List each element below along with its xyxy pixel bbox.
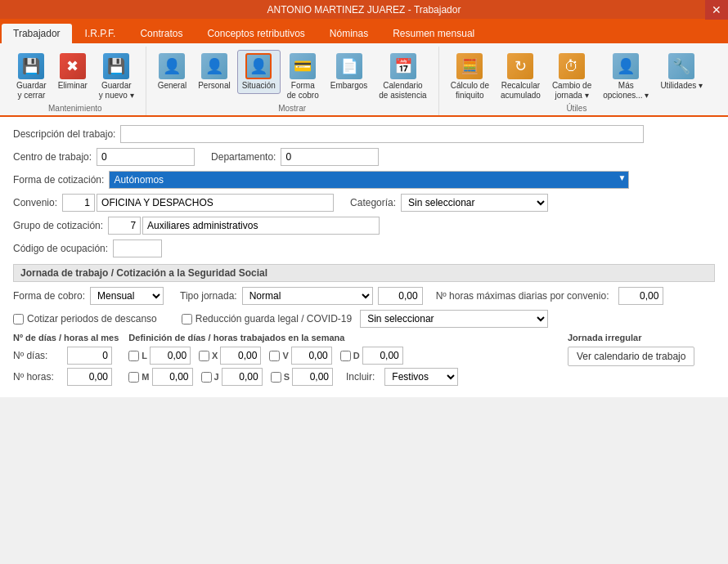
- utilidades-button[interactable]: 🔧 Utilidades ▾: [655, 50, 708, 94]
- day-L-cell: L: [128, 347, 191, 365]
- day-D-checkbox[interactable]: [340, 351, 351, 361]
- personal-label: Personal: [198, 81, 230, 91]
- n-dias-label: Nº días:: [13, 350, 62, 361]
- utilidades-icon: 🔧: [668, 53, 694, 79]
- day-M-cell: M: [128, 368, 192, 386]
- window-title: ANTONIO MARTINEZ JUAREZ - Trabajador: [267, 4, 461, 16]
- embargos-button[interactable]: 📄 Embargos: [326, 50, 373, 94]
- n-dias-input[interactable]: [67, 347, 112, 365]
- forma-cotizacion-input[interactable]: [109, 171, 629, 189]
- tab-trabajador[interactable]: Trabajador: [2, 24, 72, 43]
- tipo-jornada-horas-input[interactable]: [378, 287, 423, 305]
- guardar-cerrar-button[interactable]: 💾 Guardary cerrar: [11, 50, 52, 104]
- cambio-jornada-label: Cambio dejornada ▾: [552, 81, 591, 101]
- n-horas-input[interactable]: [67, 368, 112, 386]
- n-horas-max-input[interactable]: [618, 287, 663, 305]
- general-label: General: [158, 81, 187, 91]
- cotizar-descanso-checkbox-label[interactable]: Cotizar periodos de descanso: [13, 313, 157, 325]
- forma-cobro-label: Formade cobro: [287, 81, 319, 101]
- ribbon: 💾 Guardary cerrar ✖ Eliminar 💾 Guardary …: [0, 43, 728, 117]
- situacion-label: Situación: [242, 81, 276, 91]
- incluir-select[interactable]: Festivos Laborables: [384, 368, 458, 386]
- convenio-row: Convenio: Categoría: Sin seleccionar: [13, 194, 715, 212]
- calculo-finiquito-icon: 🧮: [456, 53, 483, 79]
- day-X-input[interactable]: [220, 347, 261, 365]
- eliminar-button[interactable]: ✖ Eliminar: [53, 50, 92, 94]
- embargos-icon: 📄: [336, 53, 362, 79]
- departamento-label: Departamento:: [211, 151, 276, 163]
- embargos-label: Embargos: [330, 81, 368, 91]
- grupo-cotizacion-desc-input[interactable]: [142, 217, 380, 235]
- categoria-select[interactable]: Sin seleccionar: [401, 194, 548, 212]
- tab-nominas[interactable]: Nóminas: [318, 24, 380, 43]
- tab-bar: Trabajador I.R.P.F. Contratos Conceptos …: [0, 19, 728, 43]
- tab-contratos[interactable]: Contratos: [128, 24, 194, 43]
- tipo-jornada-select[interactable]: Normal Parcial Irregular: [242, 287, 373, 305]
- eliminar-icon: ✖: [60, 53, 86, 79]
- general-button[interactable]: 👤 General: [153, 50, 192, 94]
- reduccion-guarda-checkbox-label[interactable]: Reducción guarda legal / COVID-19: [182, 313, 352, 325]
- day-D-input[interactable]: [362, 347, 403, 365]
- cotizar-descanso-checkbox[interactable]: [13, 314, 24, 325]
- reduccion-guarda-label-text: Reducción guarda legal / COVID-19: [195, 313, 352, 325]
- n-dias-row: Nº días:: [13, 347, 119, 365]
- day-S-input[interactable]: [292, 368, 333, 386]
- day-J-checkbox[interactable]: [201, 372, 212, 383]
- incluir-label: Incluir:: [346, 371, 375, 383]
- convenio-desc-input[interactable]: [97, 194, 334, 212]
- tab-irpf[interactable]: I.R.P.F.: [74, 24, 128, 43]
- codigo-ocupacion-row: Código de ocupación:: [13, 239, 715, 257]
- situacion-button[interactable]: 👤 Situación: [237, 50, 281, 94]
- personal-icon: 👤: [201, 53, 227, 79]
- cambio-jornada-button[interactable]: ⏱ Cambio dejornada ▾: [547, 50, 596, 104]
- day-S-checkbox[interactable]: [271, 372, 281, 383]
- centro-trabajo-input[interactable]: [97, 148, 195, 166]
- centro-departamento-row: Centro de trabajo: Departamento:: [13, 148, 715, 166]
- calendario-button[interactable]: 📅 Calendariode asistencia: [374, 50, 431, 104]
- calculo-finiquito-button[interactable]: 🧮 Cálculo definiquito: [446, 50, 494, 104]
- day-J-input[interactable]: [222, 368, 263, 386]
- convenio-num-input[interactable]: [62, 194, 95, 212]
- day-M-checkbox[interactable]: [128, 372, 139, 383]
- guardar-nuevo-icon: 💾: [103, 53, 129, 79]
- day-X-checkbox[interactable]: [199, 351, 209, 361]
- ver-calendario-button[interactable]: Ver calendario de trabajo: [568, 347, 694, 366]
- lower-section: Nº de días / horas al mes Nº días: Nº ho…: [13, 333, 715, 389]
- grupo-cotizacion-label: Grupo de cotización:: [13, 220, 103, 231]
- forma-cobro-select[interactable]: Mensual Semanal Diario: [90, 287, 164, 305]
- day-X-cell: X: [199, 347, 261, 365]
- reduccion-guarda-checkbox[interactable]: [182, 314, 192, 325]
- close-button[interactable]: ✕: [705, 0, 728, 20]
- cobro-jornada-row: Forma de cobro: Mensual Semanal Diario T…: [13, 287, 715, 305]
- forma-cobro-row-label: Forma de cobro:: [13, 290, 85, 302]
- guardar-nuevo-button[interactable]: 💾 Guardary nuevo ▾: [94, 50, 139, 104]
- tab-conceptos[interactable]: Conceptos retributivos: [195, 24, 316, 43]
- tab-resumen[interactable]: Resumen mensual: [381, 24, 486, 43]
- reduccion-guarda-select[interactable]: Sin seleccionar: [360, 310, 548, 328]
- cambio-jornada-icon: ⏱: [559, 53, 585, 79]
- recalcular-label: Recalcularacumulado: [501, 81, 541, 101]
- day-M-input[interactable]: [152, 368, 193, 386]
- day-L-input[interactable]: [150, 347, 191, 365]
- grupo-cotizacion-num-input[interactable]: [108, 217, 141, 235]
- tipo-jornada-label: Tipo jornada:: [180, 290, 237, 302]
- mas-opciones-button[interactable]: 👤 Másopciones... ▾: [598, 50, 654, 104]
- descanso-guarda-row: Cotizar periodos de descanso Reducción g…: [13, 310, 715, 328]
- guardar-cerrar-label: Guardary cerrar: [16, 81, 47, 101]
- day-V-checkbox[interactable]: [269, 351, 280, 361]
- forma-cobro-icon: 💳: [290, 53, 316, 79]
- forma-cotizacion-row: Forma de cotización: ▼: [13, 171, 715, 189]
- codigo-ocupacion-input[interactable]: [113, 239, 162, 257]
- departamento-input[interactable]: [281, 148, 379, 166]
- incluir-row: Incluir: Festivos Laborables: [346, 368, 458, 386]
- forma-cobro-button[interactable]: 💳 Formade cobro: [282, 50, 324, 104]
- col-week: Definición de días / horas trabajados en…: [128, 333, 558, 389]
- day-S-cell: S: [271, 368, 333, 386]
- descripcion-input[interactable]: [120, 125, 644, 143]
- day-L-checkbox[interactable]: [128, 351, 139, 361]
- day-J-cell: J: [201, 368, 263, 386]
- day-V-input[interactable]: [291, 347, 332, 365]
- eliminar-label: Eliminar: [58, 81, 88, 91]
- recalcular-button[interactable]: ↻ Recalcularacumulado: [496, 50, 546, 104]
- personal-button[interactable]: 👤 Personal: [193, 50, 235, 94]
